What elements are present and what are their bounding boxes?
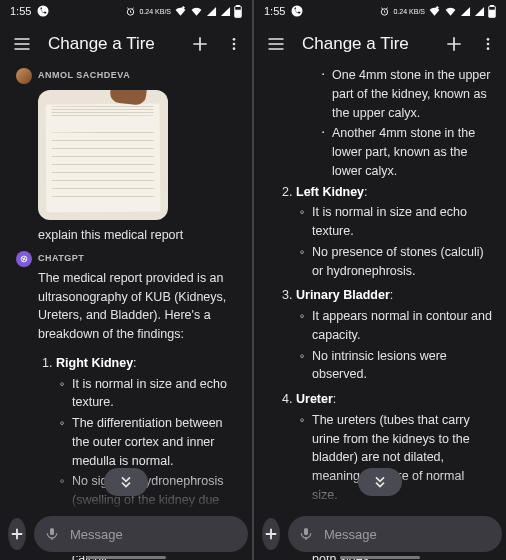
scroll-to-bottom-button[interactable] bbox=[104, 468, 148, 496]
message-input-container[interactable] bbox=[34, 516, 248, 552]
message-input[interactable] bbox=[324, 527, 492, 542]
message-input-container[interactable] bbox=[288, 516, 502, 552]
menu-button[interactable] bbox=[10, 32, 34, 56]
plus-icon bbox=[190, 34, 210, 54]
screen-left: 1:55 0.24 KB/S Change a Tire ANMOL SACHD… bbox=[0, 0, 252, 560]
user-prompt: explain this medical report bbox=[6, 226, 246, 249]
status-time: 1:55 bbox=[264, 5, 285, 17]
message-input[interactable] bbox=[70, 527, 238, 542]
wifi-icon bbox=[190, 6, 203, 17]
svg-rect-5 bbox=[237, 5, 240, 6]
svg-point-19 bbox=[487, 38, 490, 41]
user-name: ANMOL SACHDEVA bbox=[38, 69, 130, 83]
more-button[interactable] bbox=[480, 32, 496, 56]
finding-heading: Ureter bbox=[296, 392, 333, 406]
more-button[interactable] bbox=[226, 32, 242, 56]
scroll-to-bottom-button[interactable] bbox=[358, 468, 402, 496]
alarm-icon bbox=[379, 6, 390, 17]
svg-point-7 bbox=[233, 38, 236, 41]
plus-icon bbox=[8, 525, 26, 543]
battery-icon bbox=[234, 5, 242, 18]
svg-rect-22 bbox=[304, 528, 308, 535]
hamburger-icon bbox=[266, 34, 286, 54]
svg-point-12 bbox=[292, 6, 303, 17]
plus-icon bbox=[262, 525, 280, 543]
mic-icon[interactable] bbox=[44, 526, 60, 542]
finding-heading: Urinary Bladder bbox=[296, 288, 390, 302]
signal-icon-2 bbox=[220, 6, 231, 17]
svg-rect-17 bbox=[491, 5, 494, 6]
battery-icon bbox=[488, 5, 496, 18]
list-item: It is normal in size and echo texture. bbox=[302, 203, 492, 241]
status-bar: 1:55 0.24 KB/S bbox=[254, 0, 506, 22]
chevron-double-down-icon bbox=[372, 474, 388, 490]
menu-button[interactable] bbox=[264, 32, 288, 56]
svg-point-20 bbox=[487, 43, 490, 46]
new-chat-button[interactable] bbox=[442, 32, 466, 56]
svg-rect-18 bbox=[489, 10, 494, 17]
kebab-icon bbox=[226, 34, 242, 54]
svg-point-0 bbox=[38, 6, 49, 17]
svg-point-8 bbox=[233, 43, 236, 46]
svg-rect-6 bbox=[235, 10, 240, 17]
finding-item: Urinary Bladder: It appears normal in co… bbox=[296, 286, 492, 384]
attach-button[interactable] bbox=[8, 518, 26, 550]
signal-icon bbox=[460, 6, 471, 17]
plus-icon bbox=[444, 34, 464, 54]
user-avatar-icon bbox=[16, 68, 32, 84]
list-item: Another 4mm stone in the lower part, kno… bbox=[322, 124, 492, 180]
screen-right: 1:55 0.24 KB/S Change a Tire One 4mm sto… bbox=[254, 0, 506, 560]
user-label-row: ANMOL SACHDEVA bbox=[6, 66, 246, 86]
list-item: It appears normal in contour and capacit… bbox=[302, 307, 492, 345]
phone-icon bbox=[291, 5, 303, 17]
status-time: 1:55 bbox=[10, 5, 31, 17]
svg-rect-3 bbox=[182, 7, 185, 8]
phone-icon bbox=[37, 5, 49, 17]
list-item: The differentiation between the outer co… bbox=[62, 414, 232, 470]
app-bar: Change a Tire bbox=[254, 22, 506, 66]
new-chat-button[interactable] bbox=[188, 32, 212, 56]
wifi-plus-icon bbox=[174, 6, 187, 17]
data-rate: 0.24 KB/S bbox=[139, 8, 171, 15]
status-bar: 1:55 0.24 KB/S bbox=[0, 0, 252, 22]
composer-bar bbox=[254, 508, 506, 556]
assistant-avatar-icon bbox=[16, 251, 32, 267]
hamburger-icon bbox=[12, 34, 32, 54]
findings-list: Left Kidney: It is normal in size and ec… bbox=[266, 183, 492, 561]
continued-sublist: One 4mm stone in the upper part of the k… bbox=[266, 66, 492, 181]
assistant-name: CHATGPT bbox=[38, 252, 84, 266]
list-item: One 4mm stone in the upper part of the k… bbox=[322, 66, 492, 122]
signal-icon-2 bbox=[474, 6, 485, 17]
mic-icon[interactable] bbox=[298, 526, 314, 542]
wifi-plus-icon bbox=[428, 6, 441, 17]
app-bar: Change a Tire bbox=[0, 22, 252, 66]
finding-heading: Left Kidney bbox=[296, 185, 364, 199]
list-item: No presence of stones (calculi) or hydro… bbox=[302, 243, 492, 281]
image-attachment[interactable] bbox=[38, 90, 168, 220]
svg-rect-15 bbox=[436, 7, 439, 8]
data-rate: 0.24 KB/S bbox=[393, 8, 425, 15]
alarm-icon bbox=[125, 6, 136, 17]
nav-gesture-hint bbox=[86, 556, 166, 559]
signal-icon bbox=[206, 6, 217, 17]
wifi-icon bbox=[444, 6, 457, 17]
list-item: No intrinsic lesions were observed. bbox=[302, 347, 492, 385]
nav-gesture-hint bbox=[340, 556, 420, 559]
list-item: It is normal in size and echo texture. bbox=[62, 375, 232, 413]
response-intro: The medical report provided is an ultras… bbox=[38, 269, 232, 344]
page-title: Change a Tire bbox=[48, 34, 174, 54]
finding-heading: Right Kidney bbox=[56, 356, 133, 370]
assistant-label-row: CHATGPT bbox=[6, 249, 246, 269]
attach-button[interactable] bbox=[262, 518, 280, 550]
svg-point-9 bbox=[233, 47, 236, 50]
page-title: Change a Tire bbox=[302, 34, 428, 54]
composer-bar bbox=[0, 508, 252, 556]
finding-item: Left Kidney: It is normal in size and ec… bbox=[296, 183, 492, 281]
chevron-double-down-icon bbox=[118, 474, 134, 490]
svg-rect-11 bbox=[50, 528, 54, 535]
kebab-icon bbox=[480, 34, 496, 54]
svg-point-21 bbox=[487, 47, 490, 50]
